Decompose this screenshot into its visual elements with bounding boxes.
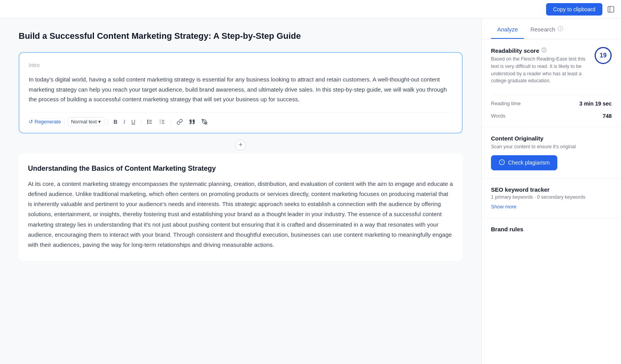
second-content-block: Understanding the Basics of Content Mark…: [19, 154, 463, 261]
svg-point-7: [147, 123, 148, 124]
text-style-label: Normal text: [71, 119, 97, 125]
regenerate-button[interactable]: ↺ Regenerate: [29, 119, 61, 125]
second-block-text[interactable]: At its core, a content marketing strateg…: [28, 179, 453, 250]
words-label: Words: [491, 113, 505, 119]
brand-rules-section: Brand rules: [482, 218, 621, 240]
words-row: Words 748: [491, 110, 612, 119]
regenerate-icon: ↺: [29, 119, 33, 125]
reading-time-value: 3 min 19 sec: [579, 101, 612, 107]
expand-icon[interactable]: [607, 5, 615, 13]
link-button[interactable]: [174, 117, 185, 127]
second-block-heading: Understanding the Basics of Content Mark…: [28, 165, 453, 173]
plagiarism-icon: [499, 159, 505, 166]
add-section-button[interactable]: +: [19, 140, 463, 151]
content-originality-section: Content Originality Scan your content to…: [482, 127, 621, 179]
topbar: Copy to clipboard: [0, 0, 621, 19]
readability-section: Readability score ⓘ Based on the Flesch …: [482, 39, 621, 127]
readability-score-badge: 19: [595, 47, 612, 64]
tab-analyze-label: Analyze: [497, 26, 518, 33]
readability-row: Readability score ⓘ Based on the Flesch …: [491, 47, 612, 89]
originality-description: Scan your content to ensure it's origina…: [491, 143, 612, 151]
show-more-link[interactable]: Show more: [491, 204, 517, 210]
sidebar-tabs: Analyze Research ⓘ: [482, 19, 621, 39]
tab-research[interactable]: Research ⓘ: [524, 19, 569, 39]
reading-time-stat: Reading time: [491, 101, 521, 107]
readability-info: Readability score ⓘ Based on the Flesch …: [491, 47, 590, 89]
toolbar-divider-2: [108, 118, 108, 125]
brand-rules-title: Brand rules: [491, 226, 612, 232]
seo-description: 1 primary keywords · 0 secondary keyword…: [491, 194, 612, 200]
editor-area: Build a Successful Content Marketing Str…: [0, 19, 481, 364]
regenerate-label: Regenerate: [35, 119, 61, 125]
intro-editor-block: Intro In today's digital world, having a…: [19, 52, 463, 133]
toolbar-divider-4: [171, 118, 171, 125]
seo-keyword-section: SEO keyword tracker 1 primary keywords ·…: [482, 179, 621, 218]
readability-description: Based on the Flesch Reading-Ease test th…: [491, 55, 590, 85]
ordered-list-button[interactable]: 1 2 3: [157, 117, 168, 127]
text-style-dropdown[interactable]: Normal text ▾: [68, 117, 104, 126]
plus-icon: +: [235, 140, 246, 151]
tab-analyze[interactable]: Analyze: [491, 19, 524, 39]
main-layout: Build a Successful Content Marketing Str…: [0, 19, 621, 364]
words-label-item: Words: [491, 113, 505, 119]
originality-title: Content Originality: [491, 135, 612, 142]
check-plagiarism-label: Check plagiarism: [508, 159, 550, 166]
seo-title: SEO keyword tracker: [491, 186, 612, 193]
document-title: Build a Successful Content Marketing Str…: [19, 31, 463, 41]
reading-time-value-item: 3 min 19 sec: [579, 101, 612, 107]
stats-row: Reading time 3 min 19 sec: [491, 95, 612, 107]
svg-text:3: 3: [160, 122, 161, 124]
bullet-list-button[interactable]: [144, 117, 155, 127]
intro-text[interactable]: In today's digital world, having a solid…: [29, 75, 453, 104]
svg-point-5: [147, 120, 148, 121]
readability-help-icon: ⓘ: [541, 47, 546, 54]
svg-rect-0: [608, 6, 614, 12]
svg-point-6: [147, 121, 148, 122]
tab-research-label: Research: [530, 26, 555, 33]
research-help-icon: ⓘ: [558, 26, 563, 33]
reading-time-label: Reading time: [491, 101, 521, 106]
toolbar-divider-3: [141, 118, 141, 125]
copy-clipboard-button[interactable]: Copy to clipboard: [546, 3, 602, 16]
quote-button[interactable]: [187, 117, 198, 127]
underline-button[interactable]: U: [129, 117, 137, 127]
words-value: 748: [603, 113, 612, 119]
block-label-intro: Intro: [29, 62, 453, 68]
toolbar-divider-1: [64, 118, 64, 125]
words-value-item: 748: [603, 113, 612, 119]
editor-toolbar: ↺ Regenerate Normal text ▾ B I U: [29, 112, 453, 127]
check-plagiarism-button[interactable]: Check plagiarism: [491, 155, 557, 170]
right-sidebar: Analyze Research ⓘ Readability score ⓘ B…: [481, 19, 621, 364]
chevron-down-icon: ▾: [98, 119, 101, 125]
bold-button[interactable]: B: [111, 117, 120, 127]
readability-title: Readability score ⓘ: [491, 47, 590, 54]
clear-format-button[interactable]: [199, 117, 210, 127]
italic-button[interactable]: I: [121, 117, 128, 127]
